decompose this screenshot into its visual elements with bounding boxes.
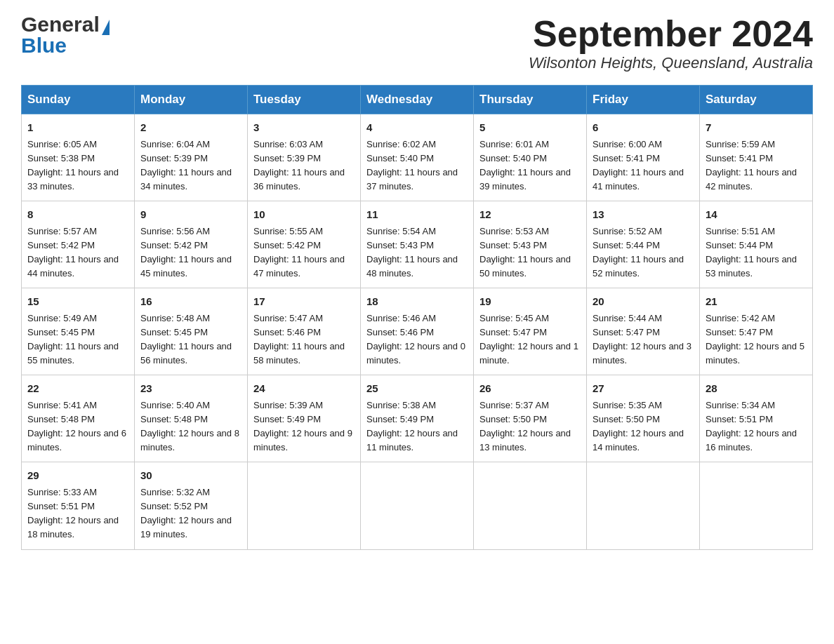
calendar-cell: 13 Sunrise: 5:52 AMSunset: 5:44 PMDaylig… (587, 201, 700, 288)
calendar-week-row: 29 Sunrise: 5:33 AMSunset: 5:51 PMDaylig… (22, 462, 813, 549)
weekday-header-friday: Friday (587, 86, 700, 114)
calendar-cell: 5 Sunrise: 6:01 AMSunset: 5:40 PMDayligh… (474, 114, 587, 201)
calendar-cell: 19 Sunrise: 5:45 AMSunset: 5:47 PMDaylig… (474, 288, 587, 375)
day-info: Sunrise: 5:46 AMSunset: 5:46 PMDaylight:… (366, 313, 465, 365)
header: General Blue September 2024 Wilsonton He… (21, 14, 813, 72)
weekday-header-saturday: Saturday (700, 86, 813, 114)
day-info: Sunrise: 5:44 AMSunset: 5:47 PMDaylight:… (593, 313, 691, 365)
day-info: Sunrise: 5:48 AMSunset: 5:45 PMDaylight:… (140, 313, 232, 365)
day-info: Sunrise: 5:55 AMSunset: 5:42 PMDaylight:… (253, 226, 345, 279)
calendar-week-row: 22 Sunrise: 5:41 AMSunset: 5:48 PMDaylig… (22, 375, 813, 462)
day-number: 15 (27, 294, 128, 310)
logo-blue-text: Blue (21, 34, 67, 58)
calendar-cell: 26 Sunrise: 5:37 AMSunset: 5:50 PMDaylig… (474, 375, 587, 462)
day-info: Sunrise: 5:40 AMSunset: 5:48 PMDaylight:… (140, 400, 239, 452)
calendar-cell: 2 Sunrise: 6:04 AMSunset: 5:39 PMDayligh… (135, 114, 248, 201)
day-number: 21 (706, 294, 807, 310)
day-info: Sunrise: 6:00 AMSunset: 5:41 PMDaylight:… (593, 139, 684, 192)
day-number: 14 (706, 207, 807, 223)
weekday-header-monday: Monday (135, 86, 248, 114)
location-subtitle: Wilsonton Heights, Queensland, Australia (529, 54, 813, 72)
day-number: 18 (366, 294, 468, 310)
day-number: 6 (593, 120, 694, 136)
day-number: 22 (27, 381, 128, 397)
day-number: 1 (27, 120, 128, 136)
calendar-week-row: 1 Sunrise: 6:05 AMSunset: 5:38 PMDayligh… (22, 114, 813, 201)
day-info: Sunrise: 5:37 AMSunset: 5:50 PMDaylight:… (479, 400, 571, 452)
day-number: 29 (27, 468, 128, 484)
day-info: Sunrise: 5:49 AMSunset: 5:45 PMDaylight:… (27, 313, 119, 365)
day-number: 19 (479, 294, 581, 310)
weekday-header-wednesday: Wednesday (361, 86, 474, 114)
day-info: Sunrise: 5:32 AMSunset: 5:52 PMDaylight:… (140, 487, 232, 539)
day-number: 5 (479, 120, 581, 136)
calendar-cell: 9 Sunrise: 5:56 AMSunset: 5:42 PMDayligh… (135, 201, 248, 288)
calendar-cell: 17 Sunrise: 5:47 AMSunset: 5:46 PMDaylig… (248, 288, 361, 375)
day-number: 27 (593, 381, 694, 397)
calendar-cell: 8 Sunrise: 5:57 AMSunset: 5:42 PMDayligh… (22, 201, 135, 288)
month-title: September 2024 (529, 14, 813, 54)
logo-triangle-icon (102, 20, 110, 35)
calendar-cell: 16 Sunrise: 5:48 AMSunset: 5:45 PMDaylig… (135, 288, 248, 375)
title-area: September 2024 Wilsonton Heights, Queens… (529, 14, 813, 72)
day-info: Sunrise: 5:33 AMSunset: 5:51 PMDaylight:… (27, 487, 119, 539)
day-number: 11 (366, 207, 468, 223)
day-number: 10 (253, 207, 355, 223)
day-info: Sunrise: 5:34 AMSunset: 5:51 PMDaylight:… (706, 400, 797, 452)
calendar-cell: 23 Sunrise: 5:40 AMSunset: 5:48 PMDaylig… (135, 375, 248, 462)
calendar-cell: 27 Sunrise: 5:35 AMSunset: 5:50 PMDaylig… (587, 375, 700, 462)
calendar-cell (700, 462, 813, 549)
day-number: 20 (593, 294, 694, 310)
logo: General Blue (21, 14, 110, 58)
calendar-cell: 14 Sunrise: 5:51 AMSunset: 5:44 PMDaylig… (700, 201, 813, 288)
calendar-cell (361, 462, 474, 549)
day-number: 23 (140, 381, 241, 397)
day-info: Sunrise: 5:51 AMSunset: 5:44 PMDaylight:… (706, 226, 797, 279)
day-number: 24 (253, 381, 355, 397)
calendar-cell: 7 Sunrise: 5:59 AMSunset: 5:41 PMDayligh… (700, 114, 813, 201)
weekday-header-row: SundayMondayTuesdayWednesdayThursdayFrid… (22, 86, 813, 114)
day-number: 17 (253, 294, 355, 310)
calendar-cell (474, 462, 587, 549)
day-number: 8 (27, 207, 128, 223)
calendar-cell (587, 462, 700, 549)
calendar-cell: 25 Sunrise: 5:38 AMSunset: 5:49 PMDaylig… (361, 375, 474, 462)
calendar-table: SundayMondayTuesdayWednesdayThursdayFrid… (21, 85, 813, 549)
calendar-cell: 6 Sunrise: 6:00 AMSunset: 5:41 PMDayligh… (587, 114, 700, 201)
day-info: Sunrise: 6:04 AMSunset: 5:39 PMDaylight:… (140, 139, 232, 192)
calendar-cell: 30 Sunrise: 5:32 AMSunset: 5:52 PMDaylig… (135, 462, 248, 549)
day-number: 3 (253, 120, 355, 136)
calendar-week-row: 8 Sunrise: 5:57 AMSunset: 5:42 PMDayligh… (22, 201, 813, 288)
day-number: 30 (140, 468, 241, 484)
calendar-cell: 11 Sunrise: 5:54 AMSunset: 5:43 PMDaylig… (361, 201, 474, 288)
day-info: Sunrise: 6:03 AMSunset: 5:39 PMDaylight:… (253, 139, 345, 192)
calendar-cell: 29 Sunrise: 5:33 AMSunset: 5:51 PMDaylig… (22, 462, 135, 549)
calendar-cell: 20 Sunrise: 5:44 AMSunset: 5:47 PMDaylig… (587, 288, 700, 375)
day-number: 16 (140, 294, 241, 310)
calendar-cell: 28 Sunrise: 5:34 AMSunset: 5:51 PMDaylig… (700, 375, 813, 462)
day-number: 26 (479, 381, 581, 397)
day-number: 13 (593, 207, 694, 223)
day-number: 7 (706, 120, 807, 136)
day-info: Sunrise: 6:05 AMSunset: 5:38 PMDaylight:… (27, 139, 119, 192)
day-number: 9 (140, 207, 241, 223)
day-info: Sunrise: 6:01 AMSunset: 5:40 PMDaylight:… (479, 139, 571, 192)
calendar-cell: 21 Sunrise: 5:42 AMSunset: 5:47 PMDaylig… (700, 288, 813, 375)
calendar-cell: 1 Sunrise: 6:05 AMSunset: 5:38 PMDayligh… (22, 114, 135, 201)
day-info: Sunrise: 5:42 AMSunset: 5:47 PMDaylight:… (706, 313, 805, 365)
day-info: Sunrise: 5:59 AMSunset: 5:41 PMDaylight:… (706, 139, 797, 192)
day-info: Sunrise: 6:02 AMSunset: 5:40 PMDaylight:… (366, 139, 458, 192)
weekday-header-sunday: Sunday (22, 86, 135, 114)
day-info: Sunrise: 5:56 AMSunset: 5:42 PMDaylight:… (140, 226, 232, 279)
day-info: Sunrise: 5:35 AMSunset: 5:50 PMDaylight:… (593, 400, 684, 452)
day-number: 28 (706, 381, 807, 397)
day-number: 12 (479, 207, 581, 223)
day-number: 25 (366, 381, 468, 397)
calendar-cell: 10 Sunrise: 5:55 AMSunset: 5:42 PMDaylig… (248, 201, 361, 288)
calendar-cell: 12 Sunrise: 5:53 AMSunset: 5:43 PMDaylig… (474, 201, 587, 288)
calendar-week-row: 15 Sunrise: 5:49 AMSunset: 5:45 PMDaylig… (22, 288, 813, 375)
calendar-cell: 3 Sunrise: 6:03 AMSunset: 5:39 PMDayligh… (248, 114, 361, 201)
calendar-cell: 22 Sunrise: 5:41 AMSunset: 5:48 PMDaylig… (22, 375, 135, 462)
day-info: Sunrise: 5:54 AMSunset: 5:43 PMDaylight:… (366, 226, 458, 279)
day-info: Sunrise: 5:53 AMSunset: 5:43 PMDaylight:… (479, 226, 571, 279)
